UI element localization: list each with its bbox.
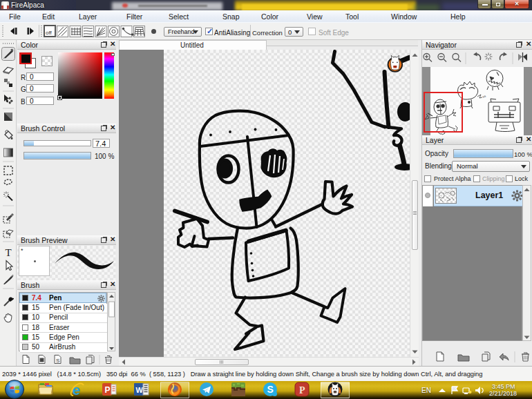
svg-text:T: T xyxy=(5,247,11,258)
svg-text:W: W xyxy=(136,386,144,394)
svg-text:P: P xyxy=(299,385,305,396)
svg-text:ss: ss xyxy=(482,93,486,99)
svg-text:S: S xyxy=(56,358,59,364)
svg-text:P: P xyxy=(105,385,111,395)
